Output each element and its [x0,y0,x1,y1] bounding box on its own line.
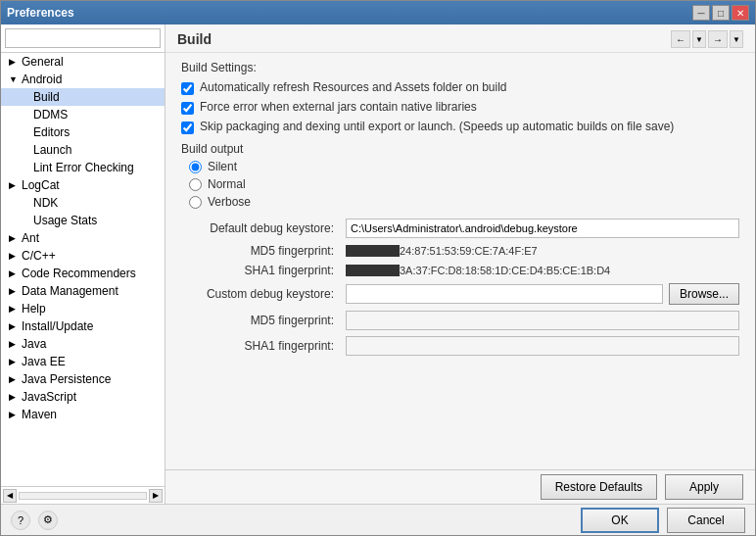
verbose-radio[interactable] [189,196,202,209]
sha1-custom-label: SHA1 fingerprint: [181,336,338,356]
arrow-icon: ▶ [9,180,19,190]
sidebar-item-android[interactable]: ▼ Android [1,71,165,88]
auto-refresh-checkbox[interactable] [181,82,194,95]
sha1-redacted [346,265,400,276]
action-bar: Restore Defaults Apply [165,469,755,504]
verbose-label: Verbose [208,195,251,209]
arrow-icon [21,216,30,225]
auto-refresh-label: Automatically refresh Resources and Asse… [200,80,507,94]
arrow-icon: ▶ [9,268,19,278]
auto-refresh-row: Automatically refresh Resources and Asse… [181,80,739,95]
md5-custom-input [346,311,739,330]
footer-icons: ? ⚙ [11,511,58,530]
scroll-left-button[interactable]: ◀ [3,489,17,503]
default-keystore-label: Default debug keystore: [181,219,338,238]
normal-radio[interactable] [189,178,202,191]
panel-header: Build ← ▼ → ▼ [165,24,755,53]
sidebar-item-label: Lint Error Checking [33,161,134,174]
md5-custom-value [346,311,739,330]
search-input[interactable] [5,28,161,48]
sidebar-item-label: JavaScript [22,390,76,404]
sidebar-item-label: Install/Update [22,319,93,333]
sidebar-item-build[interactable]: Build [1,88,165,106]
default-keystore-value [346,219,739,238]
sidebar-item-editors[interactable]: Editors [1,123,165,141]
sha1-label: SHA1 fingerprint: [181,264,338,277]
sidebar-item-ndk[interactable]: NDK [1,194,165,212]
sidebar-item-help[interactable]: ▶ Help [1,300,165,317]
custom-keystore-label: Custom debug keystore: [181,283,338,305]
sidebar-item-label: Build [33,90,60,104]
ok-button[interactable]: OK [581,508,659,533]
default-keystore-input[interactable] [346,219,739,238]
footer-buttons: OK Cancel [581,508,745,533]
nav-arrows: ← ▼ → ▼ [671,30,743,48]
arrow-icon: ▶ [9,57,19,67]
force-error-checkbox[interactable] [181,102,194,115]
sidebar-item-label: Code Recommenders [22,267,136,280]
sidebar-item-install-update[interactable]: ▶ Install/Update [1,317,165,335]
sidebar-item-label: General [22,55,64,69]
help-icon-button[interactable]: ? [11,511,30,530]
sidebar-horizontal-scrollbar: ◀ ▶ [1,486,165,504]
sidebar-item-maven[interactable]: ▶ Maven [1,406,165,423]
main-content: ▶ General ▼ Android Build [1,24,755,504]
apply-button[interactable]: Apply [665,474,743,500]
nav-back-dropdown[interactable]: ▼ [692,30,706,48]
nav-forward-button[interactable]: → [708,30,728,48]
arrow-icon: ▶ [9,233,19,243]
md5-redacted [346,245,400,257]
browse-button[interactable]: Browse... [669,283,739,305]
silent-radio[interactable] [189,161,202,173]
maximize-button[interactable]: □ [712,5,730,21]
sha1-custom-input [346,336,739,356]
arrow-icon: ▶ [9,374,19,384]
sidebar-item-usage-stats[interactable]: Usage Stats [1,212,165,229]
title-controls: ─ □ ✕ [692,5,749,21]
sidebar-item-java-ee[interactable]: ▶ Java EE [1,353,165,370]
footer-bar: ? ⚙ OK Cancel [1,504,755,535]
scroll-track[interactable] [19,492,147,500]
skip-packaging-checkbox[interactable] [181,122,194,134]
sidebar-item-launch[interactable]: Launch [1,141,165,159]
settings-icon-button[interactable]: ⚙ [38,511,58,530]
right-panel: Build ← ▼ → ▼ Build Settings: Automatica… [165,24,755,504]
md5-value: 24:87:51:53:59:CE:7A:4F:E7 [346,244,739,258]
skip-packaging-row: Skip packaging and dexing until export o… [181,120,739,134]
cancel-button[interactable]: Cancel [667,508,745,533]
sidebar-item-label: Maven [22,408,57,421]
build-output-label: Build output [181,142,739,156]
arrow-icon: ▶ [9,286,19,296]
sidebar-scroll-area: ▶ General ▼ Android Build [1,53,165,504]
sidebar-tree: ▶ General ▼ Android Build [1,53,165,486]
sha1-value: 3A:37:FC:D8:18:58:1D:CE:D4:B5:CE:1B:D4 [346,264,739,277]
minimize-button[interactable]: ─ [692,5,710,21]
close-button[interactable]: ✕ [732,5,749,21]
sidebar-item-javascript[interactable]: ▶ JavaScript [1,388,165,406]
sidebar-item-logcat[interactable]: ▶ LogCat [1,176,165,194]
sidebar-item-data-management[interactable]: ▶ Data Management [1,282,165,300]
sidebar-item-cpp[interactable]: ▶ C/C++ [1,247,165,265]
arrow-icon: ▶ [9,321,19,331]
sidebar-item-ant[interactable]: ▶ Ant [1,229,165,247]
arrow-icon [21,127,30,137]
sidebar-item-code-recommenders[interactable]: ▶ Code Recommenders [1,265,165,282]
md5-text: 24:87:51:53:59:CE:7A:4F:E7 [400,245,538,257]
scroll-right-button[interactable]: ▶ [149,489,163,503]
window-title: Preferences [7,6,74,20]
nav-back-button[interactable]: ← [671,30,690,48]
restore-defaults-button[interactable]: Restore Defaults [541,474,657,500]
sidebar-item-java[interactable]: ▶ Java [1,335,165,353]
custom-keystore-input[interactable] [346,284,663,304]
nav-forward-dropdown[interactable]: ▼ [730,30,743,48]
sidebar-item-general[interactable]: ▶ General [1,53,165,71]
sidebar-item-label: Data Management [22,284,118,298]
sidebar-item-lint[interactable]: Lint Error Checking [1,159,165,176]
panel-content: Build Settings: Automatically refresh Re… [165,53,755,469]
sha1-text: 3A:37:FC:D8:18:58:1D:CE:D4:B5:CE:1B:D4 [400,265,610,276]
sidebar-item-ddms[interactable]: DDMS [1,106,165,123]
sidebar-item-label: Ant [22,231,39,245]
verbose-radio-row: Verbose [189,195,739,209]
sidebar-item-java-persistence[interactable]: ▶ Java Persistence [1,370,165,388]
normal-label: Normal [208,177,246,191]
